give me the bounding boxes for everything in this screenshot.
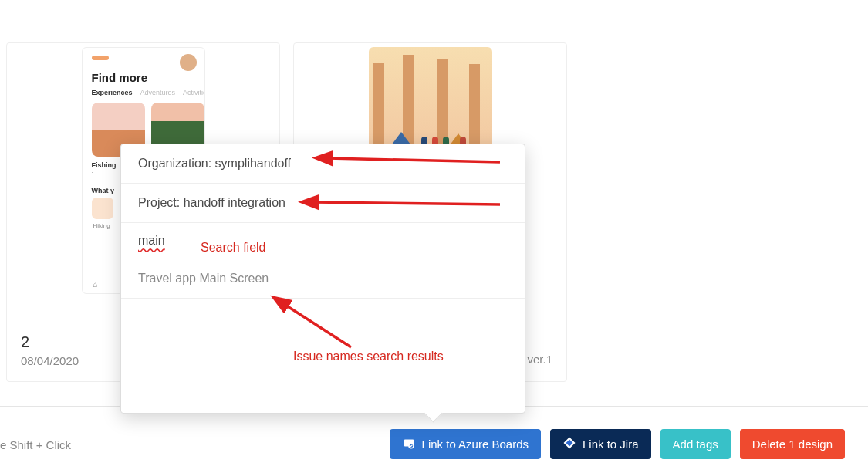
action-bar: Link to Azure Boards Link to Jira Add ta… (390, 429, 845, 459)
card-version: ver.1 (527, 353, 552, 366)
home-icon: ⌂ (93, 280, 98, 289)
add-tags-button[interactable]: Add tags (660, 429, 731, 459)
search-query-text: main (138, 234, 165, 247)
card-number: 2 (21, 333, 79, 351)
annotation-search-field: Search field (201, 241, 266, 255)
search-result-item[interactable]: Travel app Main Screen (121, 259, 525, 299)
link-azure-boards-button[interactable]: Link to Azure Boards (390, 429, 541, 459)
organization-row[interactable]: Organization: symplihandoff (121, 144, 525, 184)
search-input[interactable]: main (121, 223, 525, 259)
thumb-title: Find more (92, 71, 204, 84)
annotation-results: Issue names search results (293, 350, 444, 363)
link-jira-button[interactable]: Link to Jira (550, 429, 651, 459)
shortcut-hint: e Shift + Click (0, 438, 71, 451)
project-row[interactable]: Project: handoff integration (121, 184, 525, 223)
azure-boards-icon (402, 436, 416, 452)
link-issue-dropdown: Organization: symplihandoff Project: han… (120, 144, 525, 414)
delete-design-button[interactable]: Delete 1 design (740, 429, 845, 459)
card-meta: 2 08/04/2020 (21, 333, 79, 367)
card-date: 08/04/2020 (21, 354, 79, 367)
jira-icon (562, 436, 576, 452)
